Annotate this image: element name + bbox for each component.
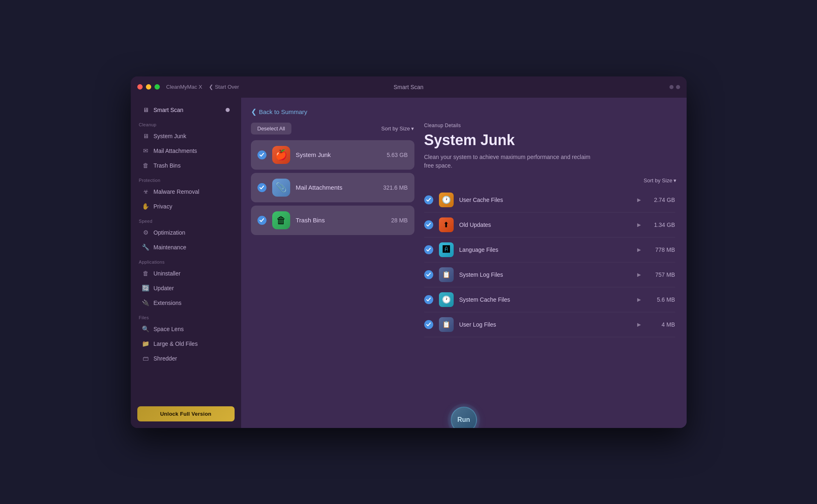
uninstaller-icon: 🗑 bbox=[142, 270, 150, 277]
window-controls bbox=[137, 84, 160, 90]
sidebar-item-optimization[interactable]: ⚙ Optimization bbox=[134, 226, 238, 240]
language-files-name: Language Files bbox=[459, 246, 631, 253]
trash-bins-label: Trash Bins bbox=[154, 162, 181, 169]
section-label-cleanup: Cleanup bbox=[131, 117, 241, 129]
detail-title: System Junk bbox=[424, 132, 677, 149]
sidebar: 🖥 Smart Scan Cleanup 🖥 System Junk ✉ Mai… bbox=[131, 98, 241, 428]
system-junk-label: System Junk bbox=[154, 133, 186, 139]
maintenance-icon: 🔧 bbox=[142, 244, 150, 251]
system-cache-icon: 🕐 bbox=[439, 292, 454, 307]
sidebar-item-large-old-files[interactable]: 📁 Large & Old Files bbox=[134, 337, 238, 351]
user-log-size: 4 MB bbox=[647, 321, 675, 328]
sidebar-item-trash-bins[interactable]: 🗑 Trash Bins bbox=[134, 159, 238, 172]
updater-label: Updater bbox=[154, 285, 174, 291]
privacy-icon: ✋ bbox=[142, 203, 150, 210]
section-label-speed: Speed bbox=[131, 214, 241, 225]
shredder-label: Shredder bbox=[154, 355, 177, 362]
detail-check-user-log bbox=[424, 320, 433, 329]
sidebar-item-privacy[interactable]: ✋ Privacy bbox=[134, 199, 238, 213]
detail-check-system-cache bbox=[424, 295, 433, 304]
sidebar-item-system-junk[interactable]: 🖥 System Junk bbox=[134, 129, 238, 143]
user-cache-icon: 🕐 bbox=[439, 193, 454, 207]
sidebar-item-maintenance[interactable]: 🔧 Maintenance bbox=[134, 240, 238, 254]
detail-check-user-cache bbox=[424, 195, 433, 204]
detail-row-language-files[interactable]: 🅰 Language Files ▶ 778 MB bbox=[424, 237, 675, 262]
panels: Deselect All Sort by Size ▾ 🍎 bbox=[251, 123, 677, 428]
sidebar-item-uninstaller[interactable]: 🗑 Uninstaller bbox=[134, 267, 238, 280]
sort-by-size-control[interactable]: Sort by Size ▾ bbox=[381, 125, 414, 132]
smart-scan-status-dot bbox=[226, 108, 230, 112]
smart-scan-label: Smart Scan bbox=[154, 107, 184, 113]
detail-row-system-log[interactable]: 📋 System Log Files ▶ 757 MB bbox=[424, 262, 675, 287]
detail-row-user-cache[interactable]: 🕐 User Cache Files ▶ 2.74 GB bbox=[424, 188, 675, 213]
cleanup-details-label: Cleanup Details bbox=[424, 123, 677, 128]
run-button[interactable]: Run bbox=[451, 407, 477, 428]
left-panel: Deselect All Sort by Size ▾ 🍎 bbox=[251, 123, 414, 428]
malware-removal-icon: ☣ bbox=[142, 188, 150, 195]
mail-attachments-item-icon: 📎 bbox=[272, 179, 290, 197]
cleanup-item-system-junk-name: System Junk bbox=[296, 151, 381, 158]
check-icon-trash-bins bbox=[257, 216, 266, 225]
sidebar-item-extensions[interactable]: 🔌 Extensions bbox=[134, 296, 238, 310]
back-to-summary-label: Back to Summary bbox=[259, 108, 307, 115]
old-updates-icon: ⬆ bbox=[439, 217, 454, 232]
system-cache-expand-icon: ▶ bbox=[637, 297, 641, 302]
user-cache-name: User Cache Files bbox=[459, 197, 631, 203]
large-old-files-label: Large & Old Files bbox=[154, 340, 198, 347]
start-over-button[interactable]: ❮ Start Over bbox=[209, 84, 239, 90]
cleanup-item-mail-attachments[interactable]: 📎 Mail Attachments 321.6 MB bbox=[251, 173, 414, 202]
language-files-icon: 🅰 bbox=[439, 242, 454, 257]
cleanup-item-system-junk[interactable]: 🍎 System Junk 5.63 GB bbox=[251, 140, 414, 170]
close-button[interactable] bbox=[137, 84, 143, 90]
section-label-protection: Protection bbox=[131, 173, 241, 184]
detail-check-language-files bbox=[424, 245, 433, 254]
content-header: ❮ Back to Summary bbox=[251, 108, 677, 116]
back-to-summary-button[interactable]: ❮ Back to Summary bbox=[251, 108, 307, 116]
section-label-files: Files bbox=[131, 310, 241, 322]
cleanup-item-system-junk-size: 5.63 GB bbox=[387, 152, 407, 158]
system-log-icon: 📋 bbox=[439, 267, 454, 282]
detail-row-user-log[interactable]: 📋 User Log Files ▶ 4 MB bbox=[424, 312, 675, 337]
cleanup-item-mail-name: Mail Attachments bbox=[296, 184, 378, 191]
system-junk-item-icon: 🍎 bbox=[272, 146, 290, 164]
sidebar-item-updater[interactable]: 🔄 Updater bbox=[134, 281, 238, 295]
sidebar-item-smart-scan[interactable]: 🖥 Smart Scan bbox=[134, 103, 238, 117]
titlebar: CleanMyMac X ❮ Start Over Smart Scan bbox=[131, 76, 687, 98]
language-files-size: 778 MB bbox=[647, 246, 675, 253]
sidebar-item-shredder[interactable]: 🗃 Shredder bbox=[134, 352, 238, 365]
minimize-button[interactable] bbox=[146, 84, 151, 90]
cleanup-item-trash-name: Trash Bins bbox=[296, 217, 386, 224]
detail-items-list: 🕐 User Cache Files ▶ 2.74 GB bbox=[424, 188, 677, 428]
cleanup-item-trash-bins[interactable]: 🗑 Trash Bins 28 MB bbox=[251, 206, 414, 235]
detail-row-old-updates[interactable]: ⬆ Old Updates ▶ 1.34 GB bbox=[424, 213, 675, 237]
sidebar-footer: Unlock Full Version bbox=[131, 400, 241, 428]
large-old-files-icon: 📁 bbox=[142, 340, 150, 347]
titlebar-right-controls bbox=[669, 85, 680, 89]
main-window: CleanMyMac X ❮ Start Over Smart Scan 🖥 S… bbox=[131, 76, 687, 428]
app-name: CleanMyMac X bbox=[166, 84, 202, 90]
detail-row-system-cache[interactable]: 🕐 System Cache Files ▶ 5.6 MB bbox=[424, 287, 675, 312]
maximize-button[interactable] bbox=[154, 84, 160, 90]
detail-check-system-log bbox=[424, 270, 433, 279]
space-lens-label: Space Lens bbox=[154, 326, 184, 332]
system-cache-name: System Cache Files bbox=[459, 296, 631, 303]
deselect-all-button[interactable]: Deselect All bbox=[251, 123, 292, 134]
system-junk-icon: 🖥 bbox=[142, 132, 150, 140]
section-label-applications: Applications bbox=[131, 255, 241, 266]
check-icon-mail-attachments bbox=[257, 183, 266, 192]
language-files-expand-icon: ▶ bbox=[637, 247, 641, 253]
user-cache-expand-icon: ▶ bbox=[637, 197, 641, 203]
trash-bins-item-icon: 🗑 bbox=[272, 211, 290, 229]
cleanup-item-mail-size: 321.6 MB bbox=[383, 184, 408, 191]
sidebar-item-mail-attachments[interactable]: ✉ Mail Attachments bbox=[134, 144, 238, 158]
detail-sort-control[interactable]: Sort by Size ▾ bbox=[424, 177, 677, 184]
system-log-size: 757 MB bbox=[647, 271, 675, 278]
sidebar-item-malware-removal[interactable]: ☣ Malware Removal bbox=[134, 185, 238, 199]
sidebar-item-space-lens[interactable]: 🔍 Space Lens bbox=[134, 322, 238, 336]
back-chevron-icon: ❮ bbox=[251, 108, 257, 116]
old-updates-name: Old Updates bbox=[459, 222, 631, 228]
old-updates-expand-icon: ▶ bbox=[637, 222, 641, 228]
unlock-full-version-button[interactable]: Unlock Full Version bbox=[137, 406, 235, 421]
main-layout: 🖥 Smart Scan Cleanup 🖥 System Junk ✉ Mai… bbox=[131, 98, 687, 428]
old-updates-size: 1.34 GB bbox=[647, 222, 675, 228]
